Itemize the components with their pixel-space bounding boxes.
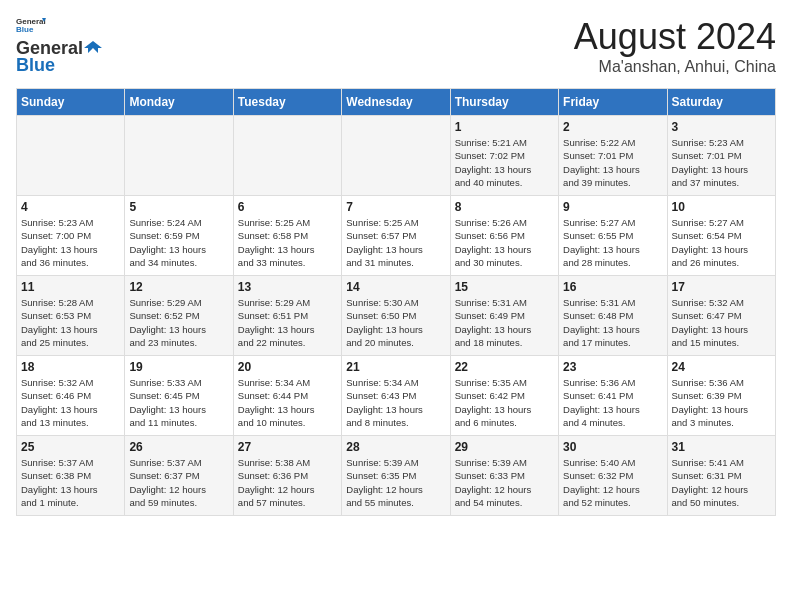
calendar-header-row: SundayMondayTuesdayWednesdayThursdayFrid… bbox=[17, 89, 776, 116]
calendar-cell: 17Sunrise: 5:32 AM Sunset: 6:47 PM Dayli… bbox=[667, 276, 775, 356]
day-info: Sunrise: 5:23 AM Sunset: 7:01 PM Dayligh… bbox=[672, 136, 771, 189]
logo: General Blue General Blue bbox=[16, 16, 103, 76]
location: Ma'anshan, Anhui, China bbox=[574, 58, 776, 76]
day-info: Sunrise: 5:22 AM Sunset: 7:01 PM Dayligh… bbox=[563, 136, 662, 189]
weekday-header: Wednesday bbox=[342, 89, 450, 116]
day-number: 5 bbox=[129, 200, 228, 214]
calendar-cell: 22Sunrise: 5:35 AM Sunset: 6:42 PM Dayli… bbox=[450, 356, 558, 436]
day-number: 22 bbox=[455, 360, 554, 374]
day-info: Sunrise: 5:34 AM Sunset: 6:44 PM Dayligh… bbox=[238, 376, 337, 429]
day-info: Sunrise: 5:28 AM Sunset: 6:53 PM Dayligh… bbox=[21, 296, 120, 349]
calendar-cell: 27Sunrise: 5:38 AM Sunset: 6:36 PM Dayli… bbox=[233, 436, 341, 516]
calendar-cell: 16Sunrise: 5:31 AM Sunset: 6:48 PM Dayli… bbox=[559, 276, 667, 356]
calendar-cell: 6Sunrise: 5:25 AM Sunset: 6:58 PM Daylig… bbox=[233, 196, 341, 276]
calendar-table: SundayMondayTuesdayWednesdayThursdayFrid… bbox=[16, 88, 776, 516]
calendar-cell: 23Sunrise: 5:36 AM Sunset: 6:41 PM Dayli… bbox=[559, 356, 667, 436]
calendar-cell: 15Sunrise: 5:31 AM Sunset: 6:49 PM Dayli… bbox=[450, 276, 558, 356]
calendar-cell bbox=[17, 116, 125, 196]
day-info: Sunrise: 5:32 AM Sunset: 6:46 PM Dayligh… bbox=[21, 376, 120, 429]
calendar-cell bbox=[233, 116, 341, 196]
day-info: Sunrise: 5:40 AM Sunset: 6:32 PM Dayligh… bbox=[563, 456, 662, 509]
calendar-week-row: 18Sunrise: 5:32 AM Sunset: 6:46 PM Dayli… bbox=[17, 356, 776, 436]
day-info: Sunrise: 5:29 AM Sunset: 6:52 PM Dayligh… bbox=[129, 296, 228, 349]
day-number: 19 bbox=[129, 360, 228, 374]
day-number: 10 bbox=[672, 200, 771, 214]
day-number: 1 bbox=[455, 120, 554, 134]
title-area: August 2024 Ma'anshan, Anhui, China bbox=[574, 16, 776, 76]
day-number: 27 bbox=[238, 440, 337, 454]
day-number: 8 bbox=[455, 200, 554, 214]
day-info: Sunrise: 5:32 AM Sunset: 6:47 PM Dayligh… bbox=[672, 296, 771, 349]
day-info: Sunrise: 5:25 AM Sunset: 6:57 PM Dayligh… bbox=[346, 216, 445, 269]
month-title: August 2024 bbox=[574, 16, 776, 58]
day-info: Sunrise: 5:35 AM Sunset: 6:42 PM Dayligh… bbox=[455, 376, 554, 429]
day-info: Sunrise: 5:26 AM Sunset: 6:56 PM Dayligh… bbox=[455, 216, 554, 269]
header: General Blue General Blue August 2024 Ma… bbox=[16, 16, 776, 76]
day-number: 26 bbox=[129, 440, 228, 454]
calendar-cell: 9Sunrise: 5:27 AM Sunset: 6:55 PM Daylig… bbox=[559, 196, 667, 276]
calendar-cell: 29Sunrise: 5:39 AM Sunset: 6:33 PM Dayli… bbox=[450, 436, 558, 516]
svg-marker-3 bbox=[84, 41, 102, 53]
calendar-cell: 13Sunrise: 5:29 AM Sunset: 6:51 PM Dayli… bbox=[233, 276, 341, 356]
calendar-cell bbox=[125, 116, 233, 196]
calendar-cell: 7Sunrise: 5:25 AM Sunset: 6:57 PM Daylig… bbox=[342, 196, 450, 276]
calendar-cell: 14Sunrise: 5:30 AM Sunset: 6:50 PM Dayli… bbox=[342, 276, 450, 356]
day-number: 17 bbox=[672, 280, 771, 294]
day-info: Sunrise: 5:30 AM Sunset: 6:50 PM Dayligh… bbox=[346, 296, 445, 349]
day-info: Sunrise: 5:39 AM Sunset: 6:35 PM Dayligh… bbox=[346, 456, 445, 509]
day-info: Sunrise: 5:41 AM Sunset: 6:31 PM Dayligh… bbox=[672, 456, 771, 509]
day-number: 3 bbox=[672, 120, 771, 134]
day-info: Sunrise: 5:27 AM Sunset: 6:55 PM Dayligh… bbox=[563, 216, 662, 269]
day-info: Sunrise: 5:27 AM Sunset: 6:54 PM Dayligh… bbox=[672, 216, 771, 269]
day-info: Sunrise: 5:37 AM Sunset: 6:37 PM Dayligh… bbox=[129, 456, 228, 509]
calendar-cell: 31Sunrise: 5:41 AM Sunset: 6:31 PM Dayli… bbox=[667, 436, 775, 516]
weekday-header: Tuesday bbox=[233, 89, 341, 116]
day-number: 6 bbox=[238, 200, 337, 214]
day-info: Sunrise: 5:29 AM Sunset: 6:51 PM Dayligh… bbox=[238, 296, 337, 349]
calendar-cell: 21Sunrise: 5:34 AM Sunset: 6:43 PM Dayli… bbox=[342, 356, 450, 436]
day-info: Sunrise: 5:31 AM Sunset: 6:48 PM Dayligh… bbox=[563, 296, 662, 349]
day-number: 11 bbox=[21, 280, 120, 294]
calendar-body: 1Sunrise: 5:21 AM Sunset: 7:02 PM Daylig… bbox=[17, 116, 776, 516]
day-info: Sunrise: 5:37 AM Sunset: 6:38 PM Dayligh… bbox=[21, 456, 120, 509]
calendar-week-row: 4Sunrise: 5:23 AM Sunset: 7:00 PM Daylig… bbox=[17, 196, 776, 276]
weekday-header: Saturday bbox=[667, 89, 775, 116]
day-info: Sunrise: 5:36 AM Sunset: 6:39 PM Dayligh… bbox=[672, 376, 771, 429]
day-number: 25 bbox=[21, 440, 120, 454]
calendar-cell: 11Sunrise: 5:28 AM Sunset: 6:53 PM Dayli… bbox=[17, 276, 125, 356]
calendar-cell: 28Sunrise: 5:39 AM Sunset: 6:35 PM Dayli… bbox=[342, 436, 450, 516]
calendar-cell: 18Sunrise: 5:32 AM Sunset: 6:46 PM Dayli… bbox=[17, 356, 125, 436]
calendar-cell: 26Sunrise: 5:37 AM Sunset: 6:37 PM Dayli… bbox=[125, 436, 233, 516]
day-number: 23 bbox=[563, 360, 662, 374]
day-info: Sunrise: 5:21 AM Sunset: 7:02 PM Dayligh… bbox=[455, 136, 554, 189]
day-number: 4 bbox=[21, 200, 120, 214]
calendar-week-row: 11Sunrise: 5:28 AM Sunset: 6:53 PM Dayli… bbox=[17, 276, 776, 356]
day-info: Sunrise: 5:36 AM Sunset: 6:41 PM Dayligh… bbox=[563, 376, 662, 429]
day-info: Sunrise: 5:38 AM Sunset: 6:36 PM Dayligh… bbox=[238, 456, 337, 509]
calendar-cell bbox=[342, 116, 450, 196]
day-number: 20 bbox=[238, 360, 337, 374]
day-info: Sunrise: 5:24 AM Sunset: 6:59 PM Dayligh… bbox=[129, 216, 228, 269]
logo-bird-icon bbox=[84, 40, 102, 54]
weekday-header: Monday bbox=[125, 89, 233, 116]
calendar-cell: 2Sunrise: 5:22 AM Sunset: 7:01 PM Daylig… bbox=[559, 116, 667, 196]
weekday-header: Friday bbox=[559, 89, 667, 116]
day-number: 24 bbox=[672, 360, 771, 374]
calendar-cell: 4Sunrise: 5:23 AM Sunset: 7:00 PM Daylig… bbox=[17, 196, 125, 276]
calendar-cell: 30Sunrise: 5:40 AM Sunset: 6:32 PM Dayli… bbox=[559, 436, 667, 516]
day-info: Sunrise: 5:33 AM Sunset: 6:45 PM Dayligh… bbox=[129, 376, 228, 429]
calendar-week-row: 25Sunrise: 5:37 AM Sunset: 6:38 PM Dayli… bbox=[17, 436, 776, 516]
day-number: 7 bbox=[346, 200, 445, 214]
weekday-header: Sunday bbox=[17, 89, 125, 116]
weekday-header: Thursday bbox=[450, 89, 558, 116]
day-info: Sunrise: 5:31 AM Sunset: 6:49 PM Dayligh… bbox=[455, 296, 554, 349]
day-number: 14 bbox=[346, 280, 445, 294]
day-number: 15 bbox=[455, 280, 554, 294]
calendar-cell: 19Sunrise: 5:33 AM Sunset: 6:45 PM Dayli… bbox=[125, 356, 233, 436]
day-number: 30 bbox=[563, 440, 662, 454]
day-info: Sunrise: 5:23 AM Sunset: 7:00 PM Dayligh… bbox=[21, 216, 120, 269]
calendar-week-row: 1Sunrise: 5:21 AM Sunset: 7:02 PM Daylig… bbox=[17, 116, 776, 196]
day-number: 9 bbox=[563, 200, 662, 214]
calendar-cell: 10Sunrise: 5:27 AM Sunset: 6:54 PM Dayli… bbox=[667, 196, 775, 276]
day-number: 2 bbox=[563, 120, 662, 134]
